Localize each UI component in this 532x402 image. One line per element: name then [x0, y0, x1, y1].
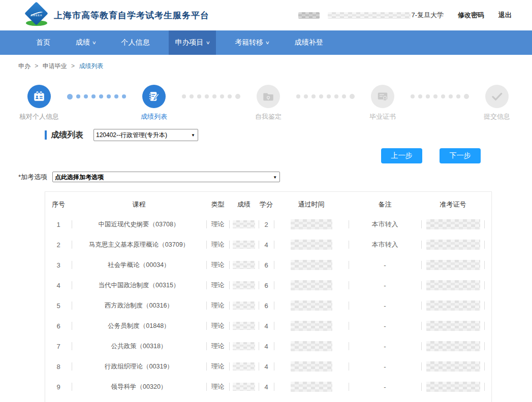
redacted-pass-time-value	[291, 219, 332, 229]
step-diploma: 毕业证书	[363, 85, 402, 121]
cell-course: 中国近现代史纲要（03708）	[72, 214, 206, 234]
nav-item-scores[interactable]: 成绩 ∨	[69, 30, 103, 55]
nav-label: 申办项目	[175, 38, 204, 47]
cell-no: 8	[45, 356, 72, 377]
breadcrumb-item-graduation[interactable]: 申请毕业	[43, 62, 67, 70]
nav-label: 首页	[36, 38, 50, 47]
cell-score	[229, 234, 259, 255]
major-select[interactable]: 120402--行政管理(专升本)	[93, 129, 198, 141]
cell-ticket-no	[421, 316, 485, 336]
score-table-card: 序号 课程 类型 成绩 学分 通过时间 备注 准考证号 1 中国近现代史纲要（0…	[45, 191, 492, 402]
score-list-section-header: 成绩列表 120402--行政管理(专升本) ▼	[45, 129, 532, 141]
cell-score	[229, 336, 259, 356]
nav-item-application[interactable]: 申办项目 ∨	[169, 30, 216, 55]
cell-type: 理论	[206, 336, 229, 356]
page-title: 上海市高等教育自学考试考生服务平台	[54, 10, 209, 21]
nav-item-personal-info[interactable]: 个人信息	[115, 30, 157, 55]
breadcrumb-item-score-list: 成绩列表	[79, 62, 103, 70]
redacted-user-id	[328, 12, 411, 19]
redacted-pass-time-value	[291, 361, 332, 372]
nav-item-home[interactable]: 首页	[29, 30, 57, 55]
table-row: 2 马克思主义基本原理概论（03709） 理论 4 本市转入	[45, 234, 491, 255]
extra-exam-option-select[interactable]: 点此选择加考选项	[52, 172, 280, 182]
redacted-score-value	[233, 362, 255, 371]
cell-remark: -	[349, 295, 421, 316]
id-card-icon	[27, 85, 51, 108]
redacted-score-value	[233, 383, 255, 391]
cell-ticket-no	[421, 356, 485, 377]
extra-exam-option-row: *加考选项 点此选择加考选项 ▼	[18, 172, 532, 182]
cell-type: 理论	[206, 295, 229, 316]
breadcrumb-item-apply[interactable]: 申办	[18, 62, 30, 70]
cell-score	[229, 356, 259, 377]
step-label: 成绩列表	[141, 113, 167, 121]
section-title: 成绩列表	[51, 130, 83, 141]
cell-no: 4	[45, 275, 72, 295]
redacted-score-value	[233, 342, 255, 350]
cell-credit: 4	[259, 234, 274, 255]
table-row: 6 公务员制度（01848） 理论 4 -	[45, 316, 491, 336]
step-progress-dots	[174, 85, 248, 108]
checkmark-icon	[485, 85, 509, 108]
next-step-button[interactable]: 下一步	[440, 148, 481, 163]
change-password-link[interactable]: 修改密码	[458, 11, 484, 20]
cell-ticket-no	[421, 214, 485, 234]
redacted-ticket-no-value	[426, 361, 480, 372]
cell-no: 7	[45, 336, 72, 356]
redacted-pass-time-value	[291, 300, 332, 311]
chevron-down-icon: ∨	[92, 40, 97, 45]
cell-credit: 4	[259, 377, 274, 397]
logout-link[interactable]: 退出	[498, 11, 512, 20]
cell-course: 西方政治制度（00316）	[72, 295, 206, 316]
user-area: 7-复旦大学 修改密码 退出	[298, 11, 512, 20]
breadcrumb-separator: >	[35, 62, 38, 70]
cell-no: 2	[45, 234, 72, 255]
cell-ticket-no	[421, 255, 485, 275]
cell-ticket-no	[421, 377, 485, 397]
step-score-list: 成绩列表	[134, 85, 174, 121]
redacted-ticket-no-value	[426, 321, 480, 331]
redacted-ticket-no-value	[426, 260, 480, 270]
redacted-user-name	[298, 12, 320, 19]
chevron-down-icon: ∨	[205, 40, 210, 45]
previous-step-button[interactable]: 上一步	[381, 148, 422, 163]
cell-pass-time	[274, 255, 349, 275]
step-verify-personal-info: 核对个人信息	[19, 85, 59, 121]
cell-no: 1	[45, 214, 72, 234]
redacted-pass-time-value	[291, 321, 332, 331]
cell-ticket-no	[421, 336, 485, 356]
redacted-pass-time-value	[291, 260, 332, 270]
extra-exam-option-label: *加考选项	[18, 173, 47, 182]
table-row: 7 公共政策（00318） 理论 4 -	[45, 336, 491, 356]
cell-course: 社会学概论（00034）	[72, 255, 206, 275]
table-body: 1 中国近现代史纲要（03708） 理论 2 本市转入 2 马克思主义基本原理概…	[45, 214, 491, 397]
column-header-type: 类型	[206, 195, 229, 214]
cell-type: 理论	[206, 316, 229, 336]
cell-score	[229, 295, 259, 316]
nav-label: 成绩	[76, 38, 90, 47]
cell-course: 领导科学（00320）	[72, 377, 206, 397]
certificate-icon	[371, 85, 394, 108]
step-label: 毕业证书	[369, 113, 396, 121]
redacted-ticket-no-value	[426, 300, 480, 311]
table-row: 3 社会学概论（00034） 理论 6 -	[45, 255, 491, 275]
redacted-score-value	[233, 281, 255, 289]
cell-type: 理论	[206, 214, 229, 234]
column-header-score: 成绩	[229, 195, 259, 214]
column-header-credit: 学分	[259, 195, 274, 214]
table-header-row: 序号 课程 类型 成绩 学分 通过时间 备注 准考证号	[45, 192, 491, 214]
cell-no: 6	[45, 316, 72, 336]
cell-remark: -	[349, 377, 421, 397]
nav-label: 考籍转移	[235, 38, 263, 47]
nav-item-score-supplement[interactable]: 成绩补登	[288, 30, 330, 55]
redacted-pass-time-value	[291, 382, 332, 392]
nav-item-registry-transfer[interactable]: 考籍转移 ∨	[228, 30, 276, 55]
cell-score	[229, 316, 259, 336]
cell-credit: 4	[259, 356, 274, 377]
cell-no: 5	[45, 295, 72, 316]
cell-pass-time	[274, 275, 349, 295]
cell-pass-time	[274, 234, 349, 255]
cell-pass-time	[274, 316, 349, 336]
table-row: 9 领导科学（00320） 理论 4 -	[45, 377, 491, 397]
cell-ticket-no	[421, 275, 485, 295]
